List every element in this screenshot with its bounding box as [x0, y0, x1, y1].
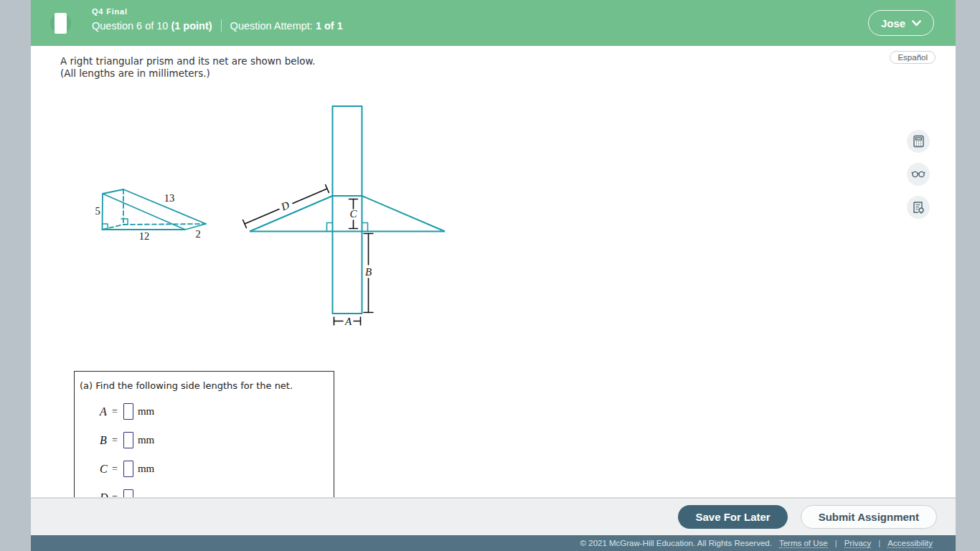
net-label-a: A [344, 316, 352, 327]
espanol-button[interactable]: Español [890, 51, 936, 64]
answer-row-b: B = mm [100, 432, 334, 448]
net-label-c: C [349, 208, 357, 220]
net-figure: D C B A [240, 100, 456, 331]
row-c-equals: = [112, 463, 118, 475]
prism-label-13: 13 [164, 192, 175, 204]
aleks-player-window: Q4 Final Question 6 of 10 (1 point) Ques… [31, 0, 956, 551]
course-title: Q4 Final [92, 7, 343, 16]
user-menu-button[interactable]: Jose [868, 10, 934, 36]
worksheet-icon[interactable] [907, 196, 930, 219]
row-a-label: A [100, 405, 110, 418]
accessibility-link[interactable]: Accessibility [887, 539, 933, 548]
submit-assignment-button[interactable]: Submit Assignment [801, 505, 937, 529]
part-a-panel: (a) Find the following side lengths for … [74, 371, 334, 497]
attempt-value: 1 of 1 [316, 20, 343, 32]
question-points: (1 point) [171, 20, 212, 32]
footer-separator: | [878, 539, 880, 547]
copyright-text: © 2021 McGraw-Hill Education. All Rights… [580, 539, 772, 547]
answer-input-d[interactable] [123, 489, 133, 497]
question-prompt: A right triangular prism and its net are… [60, 55, 316, 80]
row-b-equals: = [112, 435, 118, 446]
answer-input-c[interactable] [123, 461, 133, 477]
header-bar: Q4 Final Question 6 of 10 (1 point) Ques… [31, 0, 956, 46]
row-b-unit: mm [138, 434, 154, 446]
prompt-line-1: A right triangular prism and its net are… [60, 55, 316, 67]
answer-row-c: C = mm [100, 461, 334, 477]
part-a-title: (a) Find the following side lengths for … [80, 380, 334, 391]
answer-row-a: A = mm [100, 403, 334, 420]
prism-label-5: 5 [95, 205, 100, 217]
terms-of-use-link[interactable]: Terms of Use [779, 539, 828, 548]
action-bar: Save For Later Submit Assignment [31, 497, 956, 535]
answer-input-b[interactable] [123, 432, 133, 448]
row-d-label: D [100, 491, 110, 498]
header-info: Q4 Final Question 6 of 10 (1 point) Ques… [92, 7, 343, 32]
row-c-label: C [100, 463, 110, 476]
answer-input-a[interactable] [123, 403, 133, 420]
attempt-label: Question Attempt: [230, 20, 313, 32]
footer-bar: © 2021 McGraw-Hill Education. All Rights… [31, 535, 956, 551]
save-for-later-button[interactable]: Save For Later [678, 505, 787, 529]
prism-label-2: 2 [195, 228, 200, 240]
menu-icon[interactable] [50, 13, 71, 34]
glasses-icon[interactable] [907, 163, 930, 186]
row-a-unit: mm [138, 405, 154, 418]
prompt-line-2: (All lengths are in millimeters.) [60, 67, 316, 80]
row-a-equals: = [112, 406, 118, 418]
row-b-label: B [100, 434, 110, 447]
chevron-down-icon [912, 20, 921, 27]
calculator-icon[interactable] [907, 130, 930, 153]
prism-label-12: 12 [139, 230, 150, 242]
row-d-equals: = [112, 492, 118, 498]
net-label-d: D [279, 199, 291, 213]
prism-figure: 5 13 12 2 [86, 179, 219, 250]
privacy-link[interactable]: Privacy [844, 539, 872, 548]
question-progress: Question 6 of 10 [92, 20, 168, 32]
net-label-b: B [365, 266, 372, 278]
question-area: Español A right triangular prism and its… [31, 46, 956, 497]
header-divider [221, 19, 222, 32]
user-name: Jose [881, 17, 905, 29]
answer-row-d: D = [100, 489, 334, 497]
row-c-unit: mm [138, 463, 154, 475]
footer-separator: | [835, 539, 837, 547]
